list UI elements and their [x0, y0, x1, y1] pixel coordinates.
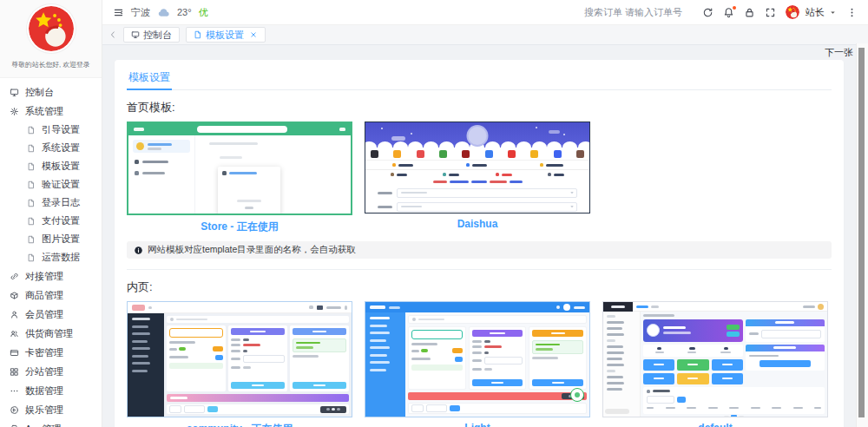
- template-preview-default[interactable]: [602, 301, 828, 417]
- home-templates-title: 首页模板:: [127, 100, 832, 115]
- sidebar-item-system-settings[interactable]: 系统设置: [0, 139, 102, 157]
- tabs-scroll-left-icon[interactable]: [108, 30, 117, 39]
- more-options-icon[interactable]: [846, 7, 858, 18]
- sidebar-item-data-management[interactable]: 数据管理: [0, 381, 102, 400]
- document-icon: [27, 253, 36, 262]
- sidebar-item-payment-settings[interactable]: 支付设置: [0, 212, 102, 230]
- sidebar-item-entertainment-management[interactable]: 娱乐管理: [0, 400, 102, 419]
- collapse-menu-icon[interactable]: [113, 7, 124, 18]
- sidebar-item-label: 分站管理: [25, 365, 63, 378]
- template-label-light[interactable]: Light: [365, 422, 590, 427]
- cloud-icon: [157, 6, 170, 19]
- inner-pages-title: 内页:: [127, 279, 832, 295]
- refresh-icon[interactable]: [702, 7, 713, 18]
- card-tab-strip: 模板设置: [127, 69, 832, 90]
- tab-label: 模板设置: [206, 29, 244, 42]
- sidebar-item-console[interactable]: 控制台: [0, 82, 102, 102]
- sidebar-item-template-settings[interactable]: 模板设置: [0, 157, 102, 175]
- sidebar-item-label: 验证设置: [42, 178, 80, 191]
- sidebar-item-goods-management[interactable]: 商品管理: [0, 286, 102, 305]
- next-page-label: 下一张: [825, 46, 853, 59]
- sidebar-item-system-management[interactable]: 系统管理: [0, 102, 102, 121]
- sidebar-item-label: 娱乐管理: [25, 404, 63, 417]
- sidebar-item-label: App管理: [25, 423, 62, 427]
- template-preview-daishua[interactable]: [365, 122, 590, 214]
- ellipsis-icon: [10, 386, 19, 396]
- close-tab-icon[interactable]: [249, 30, 258, 39]
- lock-icon[interactable]: [744, 7, 755, 18]
- scrollbar-thumb[interactable]: [858, 48, 865, 417]
- document-icon: [194, 30, 202, 39]
- fullscreen-icon[interactable]: [765, 7, 776, 18]
- sidebar-item-label: 商品管理: [25, 289, 63, 302]
- sidebar: 尊敬的站长您好, 欢迎登录 控制台 系统管理 引导设置 系统设置 模板设置 验证…: [0, 0, 102, 427]
- phone-icon: [10, 424, 19, 427]
- template-label-community[interactable]: community - 正在使用: [127, 422, 352, 427]
- tab-bar: 控制台 模板设置: [102, 25, 868, 45]
- sidebar-item-label: 供货商管理: [25, 327, 73, 340]
- sidebar-item-image-settings[interactable]: 图片设置: [0, 230, 102, 248]
- sidebar-item-substation-management[interactable]: 分站管理: [0, 362, 102, 381]
- template-preview-community[interactable]: [127, 301, 352, 417]
- template-label-default[interactable]: default: [602, 422, 828, 427]
- air-quality-badge: 优: [199, 6, 208, 19]
- info-icon: [134, 246, 143, 255]
- sidebar-item-label: 模板设置: [42, 160, 80, 173]
- weather-city: 宁波: [131, 6, 150, 19]
- sidebar-item-label: 会员管理: [25, 308, 63, 321]
- sidebar-item-docking-management[interactable]: 对接管理: [0, 266, 102, 286]
- users-icon: [10, 329, 19, 338]
- order-search-input[interactable]: [584, 7, 695, 17]
- document-icon: [27, 162, 36, 171]
- sidebar-item-card-management[interactable]: 卡密管理: [0, 343, 102, 362]
- sidebar-menu: 控制台 系统管理 引导设置 系统设置 模板设置 验证设置 登录日志 支付设置 图…: [0, 78, 102, 427]
- section-divider: [127, 269, 832, 270]
- play-circle-icon: [10, 405, 19, 415]
- monitor-icon: [131, 30, 140, 39]
- document-icon: [27, 199, 36, 207]
- sitemap-icon: [10, 367, 19, 377]
- sidebar-item-member-management[interactable]: 会员管理: [0, 305, 102, 324]
- sidebar-item-supplier-management[interactable]: 供货商管理: [0, 324, 102, 343]
- tab-console[interactable]: 控制台: [123, 27, 180, 43]
- sidebar-item-label: 数据管理: [25, 384, 63, 397]
- top-navbar: 宁波 23° 优 站长: [102, 0, 868, 25]
- sidebar-item-label: 卡密管理: [25, 346, 63, 359]
- template-preview-store[interactable]: [127, 122, 352, 215]
- sidebar-item-guide-settings[interactable]: 引导设置: [0, 121, 102, 139]
- gear-icon: [10, 107, 19, 116]
- user-avatar[interactable]: [786, 5, 799, 19]
- document-icon: [27, 144, 36, 153]
- sidebar-item-label: 对接管理: [25, 270, 63, 283]
- sidebar-item-app-management[interactable]: App管理: [0, 419, 102, 427]
- sidebar-item-label: 登录日志: [42, 196, 80, 209]
- document-icon: [27, 235, 36, 244]
- card-icon: [10, 348, 19, 358]
- sidebar-item-verification-settings[interactable]: 验证设置: [0, 175, 102, 194]
- goods-icon: [10, 291, 19, 300]
- document-icon: [27, 126, 36, 135]
- sidebar-item-label: 图片设置: [42, 233, 80, 246]
- content-area: 下一张 模板设置 首页模板:: [102, 45, 868, 427]
- link-icon: [10, 272, 19, 281]
- sidebar-item-login-log[interactable]: 登录日志: [0, 194, 102, 212]
- document-icon: [27, 181, 36, 189]
- sidebar-profile: 尊敬的站长您好, 欢迎登录: [0, 0, 102, 78]
- home-template-note: 网站模板对应template目录里面的名称，会自动获取: [127, 241, 832, 259]
- chevron-down-icon[interactable]: [829, 9, 837, 16]
- username[interactable]: 站长: [806, 6, 825, 19]
- notifications-bell-icon[interactable]: [723, 7, 734, 18]
- template-label-daishua[interactable]: Daishua: [365, 218, 590, 230]
- template-label-store[interactable]: Store - 正在使用: [127, 220, 352, 234]
- welcome-text: 尊敬的站长您好, 欢迎登录: [4, 60, 98, 69]
- tab-template-settings[interactable]: 模板设置: [186, 27, 266, 43]
- page-scrollbar[interactable]: [856, 43, 868, 427]
- card-tab-template-settings[interactable]: 模板设置: [127, 69, 172, 90]
- user-icon: [10, 310, 19, 319]
- sidebar-item-label: 运营数据: [42, 251, 80, 264]
- template-preview-light[interactable]: [365, 301, 590, 417]
- sidebar-item-operation-data[interactable]: 运营数据: [0, 248, 102, 266]
- template-settings-card: 模板设置 首页模板:: [115, 60, 844, 427]
- weather-temperature: 23°: [177, 7, 192, 17]
- document-icon: [27, 217, 36, 226]
